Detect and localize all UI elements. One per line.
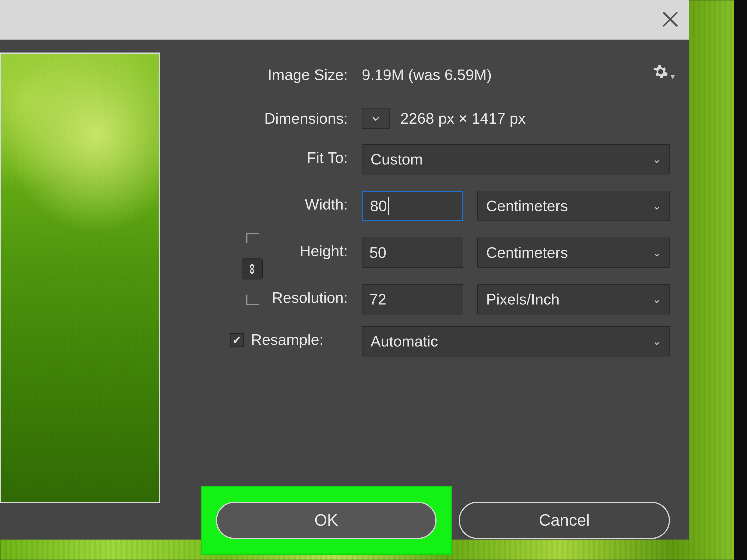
resample-label: Resample: [251, 331, 324, 349]
resolution-value: 72 [369, 290, 386, 309]
image-size-value: 9.19M (was 6.59M) [362, 66, 492, 84]
text-caret [388, 197, 389, 215]
width-unit-select[interactable]: Centimeters ⌄ [478, 191, 670, 221]
chevron-down-icon: ⌄ [652, 293, 661, 306]
width-unit-value: Centimeters [486, 197, 568, 215]
gear-icon [653, 64, 668, 82]
resample-select[interactable]: Automatic ⌄ [362, 326, 670, 356]
image-size-dialog: ▾ Image Size: 9.19M (was 6.59M) Dimensio… [0, 40, 689, 540]
resample-checkbox[interactable]: ✔ [230, 333, 244, 347]
link-icon[interactable] [241, 259, 263, 279]
settings-button[interactable]: ▾ [653, 64, 671, 82]
fit-to-select[interactable]: Custom ⌄ [362, 144, 670, 175]
cancel-button[interactable]: Cancel [459, 502, 670, 539]
chevron-down-icon: ⌄ [652, 153, 661, 166]
cancel-label: Cancel [539, 511, 590, 530]
width-label: Width: [292, 195, 348, 214]
height-unit-select[interactable]: Centimeters ⌄ [478, 238, 670, 268]
height-label: Height: [286, 242, 348, 260]
image-size-label: Image Size: [254, 66, 348, 84]
close-icon[interactable] [661, 10, 680, 29]
resolution-unit-select[interactable]: Pixels/Inch ⌄ [478, 284, 670, 315]
width-input[interactable]: 80 [362, 191, 463, 221]
resample-value: Automatic [371, 332, 438, 350]
resolution-unit-value: Pixels/Inch [486, 290, 560, 309]
fit-to-value: Custom [371, 150, 423, 168]
width-value: 80 [370, 197, 387, 215]
window-edge [734, 0, 747, 560]
dimensions-unit-dropdown[interactable] [362, 108, 390, 129]
resolution-input[interactable]: 72 [362, 284, 463, 315]
dimensions-value: 2268 px × 1417 px [400, 109, 526, 128]
chevron-down-icon: ⌄ [652, 199, 661, 212]
fit-to-label: Fit To: [292, 149, 348, 167]
resolution-label: Resolution: [258, 289, 348, 307]
height-input[interactable]: 50 [362, 238, 463, 268]
chevron-down-icon: ▾ [671, 72, 675, 81]
ok-label: OK [314, 511, 338, 530]
image-preview [0, 53, 160, 503]
ok-button[interactable]: OK [216, 502, 437, 539]
chevron-down-icon: ⌄ [652, 335, 661, 348]
chevron-down-icon: ⌄ [652, 246, 661, 259]
height-unit-value: Centimeters [486, 244, 568, 262]
dimensions-label: Dimensions: [254, 109, 348, 128]
chevron-down-icon [371, 114, 381, 123]
height-value: 50 [369, 244, 386, 262]
dialog-titlebar [0, 0, 689, 40]
checkmark-icon: ✔ [232, 335, 241, 345]
